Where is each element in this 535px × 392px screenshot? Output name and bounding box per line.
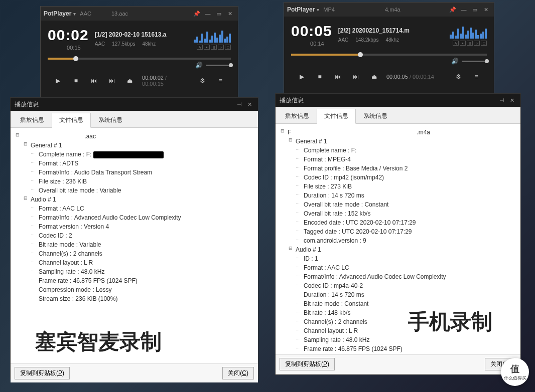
tree-leaf: Format/Info : Advanced Audio Codec Low C… xyxy=(289,272,515,281)
playback-controls: ▶ ■ ⏮ ⏭ ⏏ 00:00:05 / 00:00:14 ⚙ ≡ xyxy=(291,65,487,89)
tree-leaf: Overall bit rate : 152 kb/s xyxy=(289,209,515,218)
info-footer: 复制到剪贴板(P) 关闭(C) xyxy=(11,363,258,382)
current-time-large: 00:05 xyxy=(291,23,332,40)
pin-icon[interactable]: ⊣ xyxy=(235,100,244,109)
tab-system-info[interactable]: 系统信息 xyxy=(91,113,130,127)
info-window-right: 播放信息 ⊣ ✕ 播放信息 文件信息 系统信息 F.m4a General # … xyxy=(275,93,521,375)
eject-button[interactable]: ⏏ xyxy=(121,73,138,89)
tab-file-info[interactable]: 文件信息 xyxy=(317,109,356,124)
tree-leaf: Overall bit rate mode : Constant xyxy=(289,200,515,209)
stop-button[interactable]: ■ xyxy=(68,73,85,89)
media-info-tree[interactable]: .aac General # 1 Complete name : F: Form… xyxy=(11,128,258,363)
audio-section[interactable]: Audio # 1 xyxy=(24,195,253,204)
gear-icon[interactable]: ⚙ xyxy=(194,73,211,89)
tabs: 播放信息 文件信息 系统信息 xyxy=(11,111,258,128)
close-button[interactable]: ✕ xyxy=(225,9,235,19)
mini-controls[interactable]: A▸B○□ xyxy=(194,45,231,50)
tree-leaf: Channel(s) : 2 channels xyxy=(289,317,515,326)
eject-button[interactable]: ⏏ xyxy=(365,69,382,85)
track-meta: AAC148.2kbps48khz xyxy=(338,37,450,43)
tree-leaf: Format : MPEG-4 xyxy=(289,155,515,164)
player-titlebar[interactable]: PotPlayer ▾ AAC 13.aac 📌 — ▭ ✕ xyxy=(41,7,238,21)
file-suffix: 13.aac xyxy=(111,11,128,17)
play-button[interactable]: ▶ xyxy=(293,69,310,85)
tree-leaf: Format version : Version 4 xyxy=(24,222,253,231)
audio-section[interactable]: Audio # 1 xyxy=(289,245,515,254)
next-button[interactable]: ⏭ xyxy=(103,73,120,89)
mini-controls[interactable]: A▸B○□ xyxy=(450,41,487,46)
volume-slider[interactable] xyxy=(206,65,231,66)
pin-icon[interactable]: 📌 xyxy=(192,9,202,19)
menu-icon[interactable]: ≡ xyxy=(468,69,485,85)
tree-leaf: Format : ADTS xyxy=(24,159,253,168)
tree-leaf: com.android.version : 9 xyxy=(289,236,515,245)
tree-leaf: Channel layout : L R xyxy=(289,326,515,335)
copy-clipboard-button[interactable]: 复制到剪贴板(P) xyxy=(280,358,335,370)
maximize-button[interactable]: ▭ xyxy=(214,9,224,19)
prev-button[interactable]: ⏮ xyxy=(329,69,346,85)
pin-icon[interactable]: ⊣ xyxy=(497,96,506,105)
chevron-down-icon[interactable]: ▾ xyxy=(317,7,319,13)
tree-leaf: Frame rate : 46.875 FPS (1024 SPF) xyxy=(24,276,253,285)
visualizer xyxy=(194,29,231,43)
close-button[interactable]: ✕ xyxy=(245,100,254,109)
track-meta: AAC127.5kbps48khz xyxy=(95,41,194,47)
general-section[interactable]: General # 1 xyxy=(289,137,515,146)
info-titlebar[interactable]: 播放信息 ⊣ ✕ xyxy=(11,98,258,111)
tree-leaf: Format profile : Base Media / Version 2 xyxy=(289,164,515,173)
stop-button[interactable]: ■ xyxy=(311,69,328,85)
tab-label: AAC xyxy=(80,11,91,17)
tree-leaf: Tagged date : UTC 2020-02-10 07:17:29 xyxy=(289,227,515,236)
track-title: [2/2] 20200210_151714.m xyxy=(338,27,450,34)
file-suffix: 4.m4a xyxy=(385,7,400,13)
tree-leaf: Bit rate : 148 kb/s xyxy=(289,308,515,317)
app-name: PotPlayer xyxy=(44,10,71,17)
tab-file-info[interactable]: 文件信息 xyxy=(52,113,91,128)
tree-leaf: Bit rate mode : Variable xyxy=(24,240,253,249)
volume-icon[interactable]: 🔊 xyxy=(451,58,459,65)
close-button[interactable]: ✕ xyxy=(507,96,516,105)
gear-icon[interactable]: ⚙ xyxy=(450,69,467,85)
seek-bar[interactable] xyxy=(291,54,487,56)
tree-leaf: Compression mode : Lossy xyxy=(24,285,253,294)
close-button[interactable]: ✕ xyxy=(481,5,491,15)
chevron-down-icon[interactable]: ▾ xyxy=(73,11,76,17)
prev-button[interactable]: ⏮ xyxy=(85,73,102,89)
tree-leaf: Encoded date : UTC 2020-02-10 07:17:29 xyxy=(289,218,515,227)
volume-slider[interactable] xyxy=(462,61,487,62)
player-titlebar[interactable]: PotPlayer ▾ MP4 4.m4a 📌 — ▭ ✕ xyxy=(284,3,494,17)
general-section[interactable]: General # 1 xyxy=(24,141,253,150)
next-button[interactable]: ⏭ xyxy=(347,69,364,85)
media-info-tree[interactable]: F.m4a General # 1 Complete name : F:Form… xyxy=(276,124,520,354)
minimize-button[interactable]: — xyxy=(459,5,469,15)
tree-leaf: Complete name : F: xyxy=(24,150,253,159)
tree-leaf: Complete name : F: xyxy=(289,146,515,155)
tree-leaf: ID : 1 xyxy=(289,254,515,263)
tab-playback-info[interactable]: 播放信息 xyxy=(278,109,317,123)
site-badge: 值 什么值得买 xyxy=(501,358,529,386)
tab-playback-info[interactable]: 播放信息 xyxy=(13,113,52,127)
tree-leaf: Bit rate mode : Constant xyxy=(289,299,515,308)
info-titlebar[interactable]: 播放信息 ⊣ ✕ xyxy=(276,94,520,107)
tree-leaf: Overall bit rate mode : Variable xyxy=(24,186,253,195)
minimize-button[interactable]: — xyxy=(203,9,213,19)
info-footer: 复制到剪贴板(P) 关闭(C) xyxy=(276,354,520,373)
tab-system-info[interactable]: 系统信息 xyxy=(356,109,395,123)
tree-leaf: Codec ID : mp42 (isom/mp42) xyxy=(289,173,515,182)
volume-icon[interactable]: 🔊 xyxy=(195,62,203,69)
tree-root[interactable]: F.m4a xyxy=(281,128,515,137)
maximize-button[interactable]: ▭ xyxy=(470,5,480,15)
menu-icon[interactable]: ≡ xyxy=(212,73,229,89)
playback-controls: ▶ ■ ⏮ ⏭ ⏏ 00:00:02 / 00:00:15 ⚙ ≡ xyxy=(48,69,231,93)
track-title: [1/2] 2020-02-10 151613.a xyxy=(95,31,194,38)
seek-bar[interactable] xyxy=(48,58,231,60)
visualizer xyxy=(450,25,487,39)
close-button[interactable]: 关闭(C) xyxy=(222,367,254,379)
tree-leaf: Format/Info : Advanced Audio Codec Low C… xyxy=(24,213,253,222)
tree-root[interactable]: .aac xyxy=(16,132,253,141)
pin-icon[interactable]: 📌 xyxy=(448,5,458,15)
tree-leaf: Channel(s) : 2 channels xyxy=(24,249,253,258)
play-button[interactable]: ▶ xyxy=(50,73,67,89)
tree-leaf: Sampling rate : 48.0 kHz xyxy=(289,335,515,344)
copy-clipboard-button[interactable]: 复制到剪贴板(P) xyxy=(15,367,70,379)
